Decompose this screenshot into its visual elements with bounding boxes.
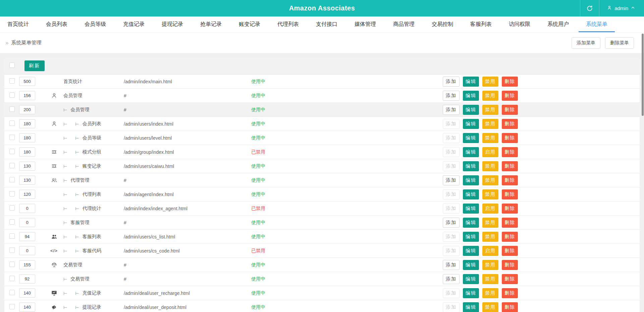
delete-menu-button[interactable]: 删除菜单 bbox=[605, 37, 634, 49]
table-refresh-button[interactable]: 刷新 bbox=[24, 60, 45, 71]
sort-input[interactable] bbox=[19, 133, 35, 142]
nav-tab[interactable]: 首页统计 bbox=[0, 16, 36, 32]
row-checkbox[interactable] bbox=[9, 177, 15, 182]
toggle-status-button[interactable]: 禁用 bbox=[482, 119, 498, 129]
row-checkbox[interactable] bbox=[9, 163, 15, 168]
nav-tab[interactable]: 商品管理 bbox=[386, 16, 422, 32]
delete-button[interactable]: 删除 bbox=[502, 246, 518, 256]
toggle-status-button[interactable]: 禁用 bbox=[482, 232, 498, 242]
row-checkbox[interactable] bbox=[9, 135, 15, 140]
sort-input[interactable] bbox=[19, 260, 35, 269]
row-checkbox[interactable] bbox=[9, 290, 15, 295]
edit-button[interactable]: 编辑 bbox=[463, 77, 479, 87]
toggle-status-button[interactable]: 启用 bbox=[482, 147, 498, 157]
add-button[interactable]: 添加 bbox=[443, 91, 460, 101]
edit-button[interactable]: 编辑 bbox=[463, 91, 479, 101]
delete-button[interactable]: 删除 bbox=[502, 288, 518, 298]
toggle-status-button[interactable]: 禁用 bbox=[482, 189, 498, 199]
row-checkbox[interactable] bbox=[9, 149, 15, 154]
edit-button[interactable]: 编辑 bbox=[463, 175, 479, 185]
nav-tab[interactable]: 客服列表 bbox=[463, 16, 499, 32]
row-checkbox[interactable] bbox=[9, 191, 15, 196]
row-checkbox[interactable] bbox=[9, 276, 15, 281]
toggle-status-button[interactable]: 禁用 bbox=[482, 77, 498, 87]
toggle-status-button[interactable]: 禁用 bbox=[482, 91, 498, 101]
edit-button[interactable]: 编辑 bbox=[463, 133, 479, 143]
nav-tab[interactable]: 代理列表 bbox=[270, 16, 306, 32]
sort-input[interactable] bbox=[19, 105, 35, 114]
add-menu-button[interactable]: 添加菜单 bbox=[572, 37, 600, 49]
row-checkbox[interactable] bbox=[9, 233, 15, 239]
nav-tab[interactable]: 交易控制 bbox=[424, 16, 461, 32]
add-button[interactable]: 添加 bbox=[443, 260, 460, 270]
row-checkbox[interactable] bbox=[9, 304, 15, 309]
delete-button[interactable]: 删除 bbox=[502, 189, 518, 199]
nav-tab[interactable]: 访问权限 bbox=[501, 16, 538, 32]
edit-button[interactable]: 编辑 bbox=[463, 147, 479, 157]
delete-button[interactable]: 删除 bbox=[502, 260, 518, 270]
select-all-checkbox[interactable] bbox=[9, 62, 15, 68]
delete-button[interactable]: 删除 bbox=[502, 147, 518, 157]
sort-input[interactable] bbox=[19, 303, 35, 312]
toggle-status-button[interactable]: 禁用 bbox=[482, 105, 498, 115]
delete-button[interactable]: 删除 bbox=[502, 119, 518, 129]
delete-button[interactable]: 删除 bbox=[502, 161, 518, 171]
row-checkbox[interactable] bbox=[9, 262, 15, 267]
nav-tab[interactable]: 系统用户 bbox=[540, 16, 576, 32]
delete-button[interactable]: 删除 bbox=[502, 218, 518, 228]
delete-button[interactable]: 删除 bbox=[502, 302, 518, 312]
row-checkbox[interactable] bbox=[9, 78, 15, 84]
add-button[interactable]: 添加 bbox=[443, 105, 460, 115]
add-button[interactable]: 添加 bbox=[443, 77, 460, 87]
row-checkbox[interactable] bbox=[9, 248, 15, 253]
toggle-status-button[interactable]: 禁用 bbox=[482, 302, 498, 312]
toggle-status-button[interactable]: 禁用 bbox=[482, 218, 498, 228]
edit-button[interactable]: 编辑 bbox=[463, 274, 479, 284]
sort-input[interactable] bbox=[19, 147, 35, 157]
edit-button[interactable]: 编辑 bbox=[463, 218, 479, 228]
row-checkbox[interactable] bbox=[9, 92, 15, 98]
nav-tab[interactable]: 系统菜单 bbox=[579, 16, 615, 32]
sort-input[interactable] bbox=[19, 232, 35, 241]
sort-input[interactable] bbox=[19, 218, 35, 227]
sort-input[interactable] bbox=[19, 119, 35, 128]
sort-input[interactable] bbox=[19, 91, 35, 100]
toggle-status-button[interactable]: 禁用 bbox=[482, 161, 498, 171]
edit-button[interactable]: 编辑 bbox=[463, 288, 479, 298]
delete-button[interactable]: 删除 bbox=[502, 105, 518, 115]
delete-button[interactable]: 删除 bbox=[502, 133, 518, 143]
sort-input[interactable] bbox=[19, 288, 35, 298]
edit-button[interactable]: 编辑 bbox=[463, 189, 479, 199]
edit-button[interactable]: 编辑 bbox=[463, 260, 479, 270]
edit-button[interactable]: 编辑 bbox=[463, 119, 479, 129]
nav-tab[interactable]: 充值记录 bbox=[116, 16, 152, 32]
refresh-icon[interactable] bbox=[580, 0, 599, 16]
edit-button[interactable]: 编辑 bbox=[463, 161, 479, 171]
edit-button[interactable]: 编辑 bbox=[463, 105, 479, 115]
row-checkbox[interactable] bbox=[9, 106, 15, 112]
nav-tab[interactable]: 抢单记录 bbox=[193, 16, 229, 32]
delete-button[interactable]: 删除 bbox=[502, 274, 518, 284]
sort-input[interactable] bbox=[19, 77, 35, 86]
toggle-status-button[interactable]: 禁用 bbox=[482, 288, 498, 298]
toggle-status-button[interactable]: 禁用 bbox=[482, 175, 498, 185]
nav-tab[interactable]: 支付接口 bbox=[309, 16, 345, 32]
sort-input[interactable] bbox=[19, 246, 35, 255]
user-menu[interactable]: admin bbox=[599, 0, 638, 16]
sort-input[interactable] bbox=[19, 274, 35, 283]
nav-tab[interactable]: 提现记录 bbox=[154, 16, 191, 32]
edit-button[interactable]: 编辑 bbox=[463, 246, 479, 256]
sort-input[interactable] bbox=[19, 190, 35, 199]
add-button[interactable]: 添加 bbox=[443, 274, 460, 284]
add-button[interactable]: 添加 bbox=[443, 175, 460, 185]
add-button[interactable]: 添加 bbox=[443, 218, 460, 228]
nav-tab[interactable]: 会员列表 bbox=[39, 16, 75, 32]
row-checkbox[interactable] bbox=[9, 205, 15, 211]
delete-button[interactable]: 删除 bbox=[502, 91, 518, 101]
row-checkbox[interactable] bbox=[9, 219, 15, 225]
nav-tab[interactable]: 媒体管理 bbox=[347, 16, 383, 32]
toggle-status-button[interactable]: 禁用 bbox=[482, 133, 498, 143]
toggle-status-button[interactable]: 禁用 bbox=[482, 260, 498, 270]
edit-button[interactable]: 编辑 bbox=[463, 302, 479, 312]
delete-button[interactable]: 删除 bbox=[502, 77, 518, 87]
